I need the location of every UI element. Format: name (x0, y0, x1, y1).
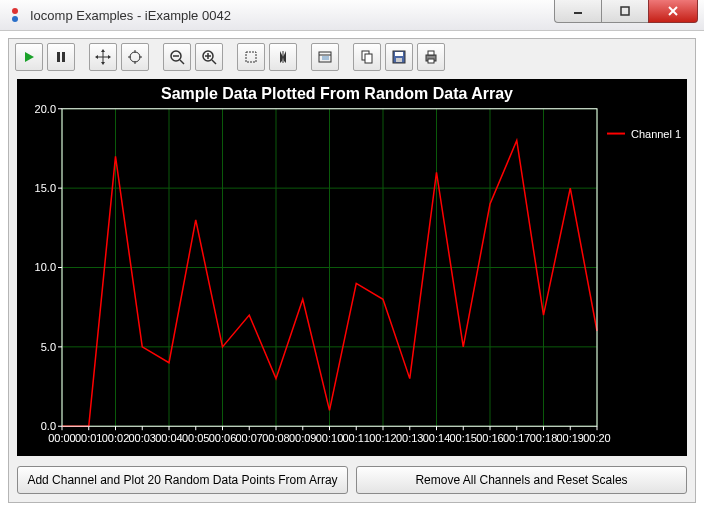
svg-line-24 (212, 60, 216, 64)
svg-text:00:06: 00:06 (209, 432, 236, 444)
svg-text:00:19: 00:19 (557, 432, 584, 444)
window-title: Iocomp Examples - iExample 0042 (30, 8, 554, 23)
svg-text:00:02: 00:02 (102, 432, 129, 444)
svg-text:00:16: 00:16 (476, 432, 503, 444)
svg-text:00:10: 00:10 (316, 432, 343, 444)
svg-text:00:14: 00:14 (423, 432, 450, 444)
svg-text:00:03: 00:03 (129, 432, 156, 444)
svg-text:00:07: 00:07 (236, 432, 263, 444)
client-area: Sample Data Plotted From Random Data Arr… (8, 38, 696, 503)
svg-rect-6 (62, 52, 65, 62)
window-controls (554, 0, 698, 30)
app-window: Iocomp Examples - iExample 0042 (0, 0, 704, 511)
titlebar[interactable]: Iocomp Examples - iExample 0042 (0, 0, 704, 31)
print-button[interactable] (417, 43, 445, 71)
svg-rect-40 (428, 59, 434, 63)
svg-text:00:00: 00:00 (48, 432, 75, 444)
svg-text:00:15: 00:15 (450, 432, 477, 444)
svg-line-20 (180, 60, 184, 64)
svg-rect-25 (246, 52, 256, 62)
zoom-in-button[interactable] (195, 43, 223, 71)
maximize-button[interactable] (601, 0, 648, 23)
minimize-button[interactable] (554, 0, 601, 23)
pause-button[interactable] (47, 43, 75, 71)
play-button[interactable] (15, 43, 43, 71)
svg-text:00:18: 00:18 (530, 432, 557, 444)
chart[interactable]: Sample Data Plotted From Random Data Arr… (17, 79, 687, 456)
svg-text:10.0: 10.0 (35, 262, 56, 274)
svg-marker-11 (95, 55, 98, 59)
svg-marker-10 (101, 62, 105, 65)
svg-text:00:09: 00:09 (289, 432, 316, 444)
svg-point-13 (130, 52, 140, 62)
svg-rect-5 (57, 52, 60, 62)
svg-rect-37 (396, 58, 402, 62)
svg-text:Channel 1: Channel 1 (631, 128, 681, 140)
svg-text:0.0: 0.0 (41, 420, 56, 432)
copy-button[interactable] (353, 43, 381, 71)
zoom-box-button[interactable] (237, 43, 265, 71)
zoom-axes-button[interactable] (121, 43, 149, 71)
svg-marker-9 (101, 49, 105, 52)
close-button[interactable] (648, 0, 698, 23)
toolbar (9, 39, 695, 75)
svg-marker-12 (108, 55, 111, 59)
svg-rect-39 (428, 51, 434, 55)
button-row: Add Channel and Plot 20 Random Data Poin… (17, 466, 687, 494)
scroll-axes-button[interactable] (89, 43, 117, 71)
cursor-button[interactable] (269, 43, 297, 71)
svg-text:00:17: 00:17 (503, 432, 530, 444)
save-button[interactable] (385, 43, 413, 71)
svg-text:15.0: 15.0 (35, 182, 56, 194)
remove-channels-button[interactable]: Remove All Channels and Reset Scales (356, 466, 687, 494)
zoom-out-button[interactable] (163, 43, 191, 71)
svg-text:00:11: 00:11 (343, 432, 370, 444)
svg-text:00:05: 00:05 (182, 432, 209, 444)
app-icon (8, 7, 24, 23)
svg-text:Sample Data Plotted From Rando: Sample Data Plotted From Random Data Arr… (161, 85, 513, 102)
add-channel-button[interactable]: Add Channel and Plot 20 Random Data Poin… (17, 466, 348, 494)
svg-text:00:01: 00:01 (75, 432, 102, 444)
svg-text:00:12: 00:12 (369, 432, 396, 444)
svg-marker-4 (25, 52, 34, 62)
svg-text:00:08: 00:08 (262, 432, 289, 444)
svg-rect-34 (365, 54, 372, 63)
svg-text:20.0: 20.0 (35, 103, 56, 115)
svg-text:00:20: 00:20 (583, 432, 610, 444)
svg-rect-1 (621, 7, 629, 15)
svg-text:5.0: 5.0 (41, 341, 56, 353)
properties-button[interactable] (311, 43, 339, 71)
svg-text:00:13: 00:13 (396, 432, 423, 444)
svg-text:00:04: 00:04 (155, 432, 182, 444)
svg-rect-36 (395, 52, 403, 56)
